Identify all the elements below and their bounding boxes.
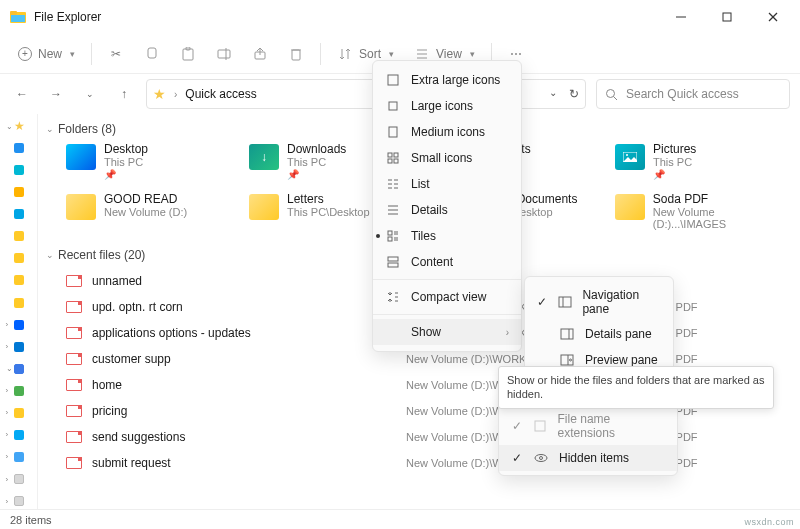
maximize-button[interactable] (704, 0, 750, 34)
sidebar-item[interactable] (4, 272, 34, 288)
sidebar-item[interactable]: › (4, 427, 34, 443)
chevron-down-icon[interactable]: ⌄ (78, 82, 102, 106)
menu-list[interactable]: List (373, 171, 521, 197)
sort-icon (337, 46, 353, 62)
menu-separator (373, 314, 521, 315)
file-name: send suggestions (92, 430, 185, 444)
sidebar-item[interactable]: › (4, 405, 34, 421)
minimize-button[interactable] (658, 0, 704, 34)
sidebar-item[interactable]: › (4, 449, 34, 465)
chevron-down-icon: ▾ (470, 49, 475, 59)
svg-rect-45 (388, 263, 398, 267)
close-button[interactable] (750, 0, 796, 34)
folder-item[interactable]: DesktopThis PC📌 (66, 142, 241, 180)
menu-compact-view[interactable]: Compact view (373, 284, 521, 310)
sidebar-item[interactable]: › (4, 383, 34, 399)
folder-location: This PC (287, 156, 346, 168)
forward-button[interactable]: → (44, 82, 68, 106)
cut-button[interactable]: ✂ (100, 42, 132, 66)
file-row[interactable]: submit requestNew Volume (D:)\WORK FROM … (66, 450, 790, 476)
menu-show[interactable]: Show› (373, 319, 521, 345)
share-button[interactable] (244, 42, 276, 66)
pin-icon: 📌 (104, 169, 148, 180)
menu-details-pane[interactable]: Details pane (525, 321, 673, 347)
sidebar-item[interactable] (4, 184, 34, 200)
view-menu: Extra large icons Large icons Medium ico… (372, 60, 522, 352)
svg-line-19 (614, 96, 618, 100)
menu-file-name-extensions[interactable]: ✓File name extensions (499, 407, 677, 445)
sidebar-item[interactable] (4, 228, 34, 244)
eye-icon (533, 450, 549, 466)
rename-button[interactable] (208, 42, 240, 66)
sidebar-item[interactable] (4, 295, 34, 311)
refresh-button[interactable]: ↻ (569, 87, 579, 101)
folder-name: Desktop (104, 142, 148, 156)
cut-icon: ✂ (108, 46, 124, 62)
folder-item[interactable]: GOOD READNew Volume (D:) (66, 192, 241, 230)
svg-point-18 (607, 89, 615, 97)
folder-location: This PC\Desktop (287, 206, 370, 218)
sidebar-onedrive[interactable]: › (4, 339, 34, 355)
folder-location: New Volume (D:) (104, 206, 187, 218)
copy-button[interactable] (136, 42, 168, 66)
sidebar-item[interactable] (4, 140, 34, 156)
menu-tiles[interactable]: Tiles (373, 223, 521, 249)
file-icon (66, 301, 82, 313)
trash-icon (288, 46, 304, 62)
svg-rect-10 (218, 50, 230, 58)
share-icon (252, 46, 268, 62)
sidebar-quick-access[interactable]: ⌄★ (4, 118, 34, 134)
svg-rect-41 (388, 237, 392, 241)
file-name: submit request (92, 456, 171, 470)
sidebar-item[interactable] (4, 162, 34, 178)
menu-separator (373, 279, 521, 280)
rename-icon (216, 46, 232, 62)
back-button[interactable]: ← (10, 82, 34, 106)
file-name: pricing (92, 404, 127, 418)
folder-location: This PC (653, 156, 696, 168)
menu-navigation-pane[interactable]: ✓Navigation pane (525, 283, 673, 321)
chevron-down-icon[interactable]: ⌄ (549, 87, 557, 101)
svg-point-55 (540, 457, 543, 460)
folder-name: Downloads (287, 142, 346, 156)
details-pane-icon (559, 326, 575, 342)
blank (385, 324, 401, 340)
delete-button[interactable] (280, 42, 312, 66)
address-text: Quick access (185, 87, 256, 101)
new-button[interactable]: + New ▾ (10, 43, 83, 65)
menu-content[interactable]: Content (373, 249, 521, 275)
menu-large-icons[interactable]: Large icons (373, 93, 521, 119)
folder-item[interactable]: PicturesThis PC📌 (615, 142, 790, 180)
svg-rect-46 (559, 297, 571, 307)
svg-rect-4 (723, 13, 731, 21)
sidebar-this-pc[interactable]: ⌄ (4, 361, 34, 377)
sidebar-dropbox[interactable]: › (4, 317, 34, 333)
menu-medium-icons[interactable]: Medium icons (373, 119, 521, 145)
paste-button[interactable] (172, 42, 204, 66)
menu-details[interactable]: Details (373, 197, 521, 223)
file-row[interactable]: send suggestionsNew Volume (D:)\WORK FRO… (66, 424, 790, 450)
copy-icon (144, 46, 160, 62)
file-explorer-icon (10, 9, 26, 25)
sidebar-drive[interactable]: › (4, 493, 34, 509)
file-name: upd. optn. rt corn (92, 300, 183, 314)
svg-rect-22 (388, 75, 398, 85)
chevron-down-icon: ▾ (70, 49, 75, 59)
up-button[interactable]: ↑ (112, 82, 136, 106)
search-box[interactable]: Search Quick access (596, 79, 790, 109)
svg-rect-2 (11, 15, 25, 22)
folder-item[interactable]: Soda PDFNew Volume (D:)...\IMAGES (615, 192, 790, 230)
menu-extra-large-icons[interactable]: Extra large icons (373, 67, 521, 93)
sidebar-item[interactable] (4, 206, 34, 222)
folders-group-label: Folders (8) (58, 122, 116, 136)
details-icon (385, 202, 401, 218)
star-icon: ★ (153, 86, 166, 102)
menu-hidden-items[interactable]: ✓Hidden items (499, 445, 677, 471)
folder-icon (66, 194, 96, 220)
svg-rect-24 (389, 127, 397, 137)
sidebar-drive[interactable]: › (4, 471, 34, 487)
watermark: wsxdn.com (744, 517, 794, 527)
sidebar-item[interactable] (4, 250, 34, 266)
menu-small-icons[interactable]: Small icons (373, 145, 521, 171)
file-icon (66, 457, 82, 469)
